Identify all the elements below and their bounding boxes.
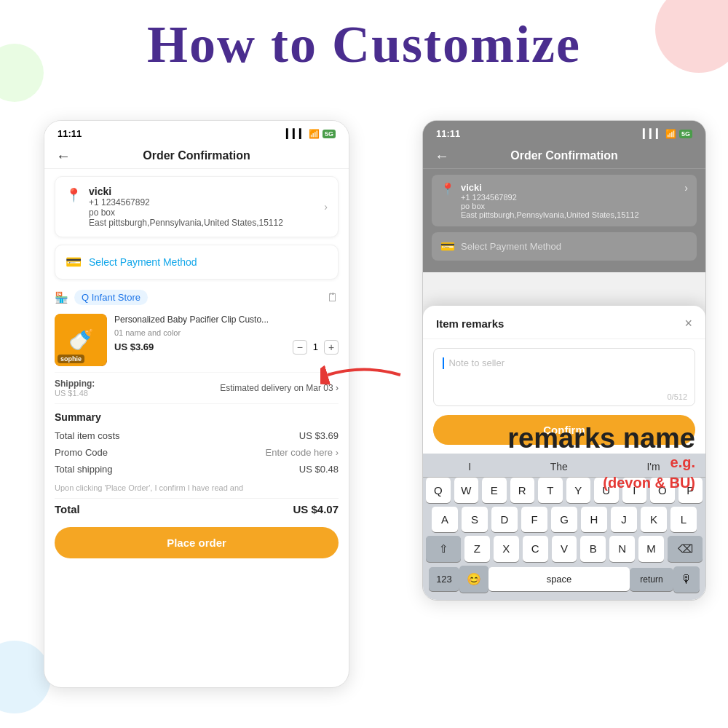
right-status-icons: ▎▎▎ 📶 5G [643,129,692,139]
key-b[interactable]: B [580,536,606,562]
popup-body: Note to seller 0/512 remarks name e.g. (… [423,348,705,406]
total-label: Total [55,503,80,515]
product-info: Personalized Baby Pacifier Clip Custo...… [114,314,339,366]
address-phone: +1 1234567892 [89,197,283,207]
key-h[interactable]: H [581,507,607,532]
popup-header: Item remarks × [423,306,705,339]
item-costs-label: Total item costs [55,430,120,441]
left-summary-section: Summary Total item costs US $3.69 Promo … [55,411,339,478]
right-address-name: vicki [461,182,639,193]
key-emoji[interactable]: 😊 [459,566,488,593]
key-numbers[interactable]: 123 [429,567,459,591]
summary-item-costs-row: Total item costs US $3.69 [55,427,339,444]
key-v[interactable]: V [552,536,577,562]
product-name: Personalized Baby Pacifier Clip Custo... [114,314,339,326]
disclaimer-text: Upon clicking 'Place Order', I confirm I… [55,483,339,492]
left-nav-bar: ← Order Confirmation [44,143,349,169]
address-name: vicki [89,186,283,197]
key-mic[interactable]: 🎙 [673,566,700,593]
right-address-box: po box [461,202,639,210]
left-status-bar: 11:11 ▎▎▎ 📶 5G [44,121,349,143]
key-f[interactable]: F [521,507,547,532]
left-back-button[interactable]: ← [56,148,71,165]
key-space[interactable]: space [488,567,630,591]
left-product-row: 🍼 sophie Personalized Baby Pacifier Clip… [55,308,339,373]
left-phone: 11:11 ▎▎▎ 📶 5G ← Order Confirmation 📍 vi… [44,120,349,688]
key-j[interactable]: J [611,507,637,532]
summary-shipping-row: Total shipping US $0.48 [55,461,339,478]
note-icon[interactable]: 🗒 [327,291,339,304]
key-a[interactable]: A [432,507,458,532]
left-status-icons: ▎▎▎ 📶 5G [286,129,336,139]
store-name-badge[interactable]: Q Infant Store [74,290,148,305]
deco-circle-top-right [655,0,728,73]
deco-circle-top-left [0,44,44,102]
qty-increase-button[interactable]: + [324,340,339,355]
key-g[interactable]: G [551,507,577,532]
total-row: Total US $4.07 [55,498,339,520]
popup-title: Item remarks [436,317,504,330]
popup-close-button[interactable]: × [684,316,692,331]
key-l[interactable]: L [670,507,697,532]
total-shipping-label: Total shipping [55,464,113,475]
left-nav-title: Order Confirmation [143,149,250,162]
key-k[interactable]: K [641,507,667,532]
key-shift[interactable]: ⇧ [426,536,461,562]
key-d[interactable]: D [491,507,518,532]
item-costs-value: US $3.69 [299,430,339,441]
key-s[interactable]: S [462,507,488,532]
page-title: How to Customize [147,15,581,75]
right-top-section: 11:11 ▎▎▎ 📶 5G ← Order Confirmation 📍 vi… [423,121,705,272]
product-variant: 01 name and color [114,328,339,337]
popup-placeholder: Note to seller [448,357,505,368]
right-status-bar: 11:11 ▎▎▎ 📶 5G [423,121,705,143]
right-address-details: vicki +1 1234567892 po box East pittsbur… [461,182,639,219]
promo-label: Promo Code [55,447,108,458]
left-address-card[interactable]: 📍 vicki +1 1234567892 po box East pittsb… [55,176,339,237]
qty-decrease-button[interactable]: − [293,340,307,355]
store-name: Infant Store [92,292,141,303]
right-payment-row[interactable]: 💳 Select Payment Method [432,232,697,261]
right-back-button[interactable]: ← [435,148,449,165]
popup-input-field[interactable]: Note to seller 0/512 [433,348,695,406]
right-address-city: East pittsburgh,Pennsylvania,United Stat… [461,210,639,219]
key-z[interactable]: Z [464,536,490,562]
summary-promo-row[interactable]: Promo Code Enter code here › [55,444,339,461]
right-network-badge: 5G [679,130,692,138]
address-city: East pittsburgh,Pennsylvania,United Stat… [89,218,283,228]
popup-char-count: 0/512 [667,392,687,401]
key-n[interactable]: N [609,536,635,562]
left-payment-row[interactable]: 💳 Select Payment Method [55,245,339,280]
key-w[interactable]: W [454,478,479,503]
promo-value: Enter code here › [266,447,339,458]
key-x[interactable]: X [494,536,519,562]
svg-text:🍼: 🍼 [68,328,94,352]
address-row: 📍 vicki +1 1234567892 po box East pittsb… [66,186,328,228]
right-address-card[interactable]: 📍 vicki +1 1234567892 po box East pittsb… [432,175,697,226]
total-shipping-value: US $0.48 [299,464,339,475]
key-delete[interactable]: ⌫ [668,536,703,562]
payment-icon: 💳 [66,254,82,270]
suggestion-i[interactable]: I [468,461,471,472]
address-chevron: › [324,201,328,213]
shipping-cost: US $1.48 [55,389,95,397]
address-details: vicki +1 1234567892 po box East pittsbur… [89,186,283,228]
keyboard-row-3: ⇧ Z X C V B N M ⌫ [423,536,705,562]
right-time: 11:11 [436,128,460,139]
key-m[interactable]: M [638,536,664,562]
right-address-chevron: › [684,182,688,194]
key-c[interactable]: C [523,536,548,562]
network-badge: 5G [323,130,336,138]
key-q[interactable]: Q [426,478,451,503]
right-phone: 11:11 ▎▎▎ 📶 5G ← Order Confirmation 📍 vi… [422,120,706,601]
summary-title: Summary [55,411,339,423]
right-wifi-icon: 📶 [665,129,676,139]
red-arrow [320,357,408,396]
location-icon: 📍 [66,187,82,203]
key-return[interactable]: return [630,568,673,591]
key-e[interactable]: E [482,478,507,503]
remarks-eg-label: e.g. (devon & BU) [507,452,695,493]
total-value: US $4.07 [293,503,339,515]
right-payment-icon: 💳 [440,240,455,253]
place-order-button[interactable]: Place order [55,527,339,558]
